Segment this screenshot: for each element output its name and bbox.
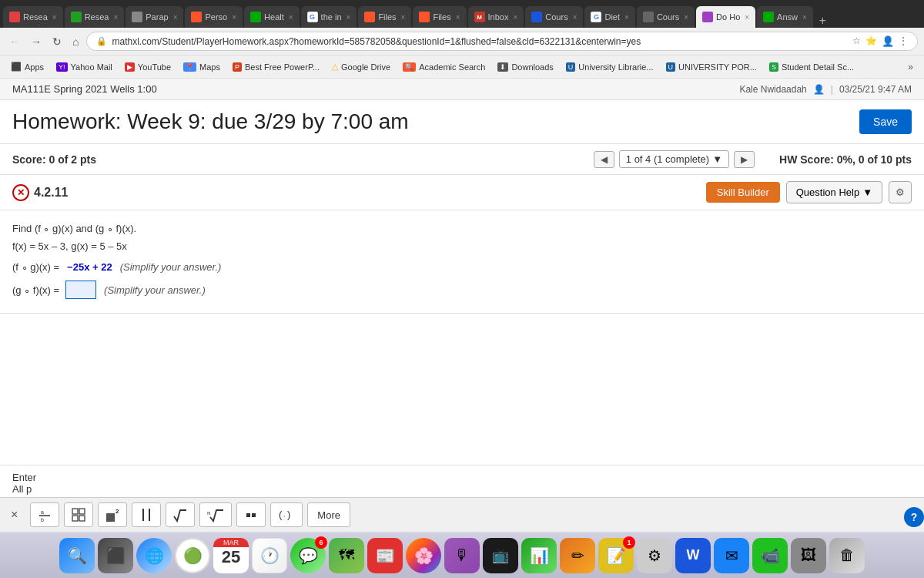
dock-photos[interactable]: 🌸: [406, 538, 441, 573]
tab-label-14: Answ: [777, 12, 798, 22]
dock-news[interactable]: 📰: [367, 538, 403, 573]
bookmarks-more-button[interactable]: »: [903, 60, 918, 74]
fraction-button[interactable]: a b: [30, 502, 59, 527]
dock-quicktime[interactable]: 🖼: [791, 538, 826, 573]
tab-resea-1[interactable]: Resea ×: [3, 6, 63, 28]
user-avatar[interactable]: 👤: [882, 35, 894, 47]
dock-safari[interactable]: 🌐: [136, 538, 172, 573]
dock-calendar[interactable]: MAR 25: [213, 538, 249, 573]
absolute-value-icon: [139, 507, 154, 523]
matrix-button[interactable]: [64, 502, 93, 527]
bookmark-maps[interactable]: 📍 Maps: [179, 61, 225, 73]
tab-close-7[interactable]: ×: [401, 13, 406, 22]
notes-badge: 1: [623, 536, 635, 549]
dock-chrome[interactable]: 🟢: [175, 538, 210, 573]
page-indicator[interactable]: 1 of 4 (1 complete) ▼: [619, 150, 729, 168]
tab-doho[interactable]: Do Ho ×: [696, 6, 755, 28]
dock-tv[interactable]: 📺: [483, 538, 518, 573]
bookmark-yahoomail[interactable]: Y! Yahoo Mail: [52, 61, 117, 73]
dock-launchpad[interactable]: ⬛: [98, 538, 133, 573]
interval-button[interactable]: ( , ): [270, 502, 303, 527]
dock-trash[interactable]: 🗑: [829, 538, 865, 573]
tab-close-1[interactable]: ×: [52, 13, 57, 22]
tab-favicon-5: [250, 12, 261, 22]
absolute-value-button[interactable]: [132, 502, 161, 527]
bookmark-googledrive[interactable]: △ Google Drive: [327, 60, 395, 73]
tab-resea-2[interactable]: Resea ×: [65, 6, 125, 28]
tab-close-13[interactable]: ×: [745, 13, 749, 22]
tab-files-1[interactable]: Files ×: [358, 6, 411, 28]
save-button[interactable]: Save: [859, 109, 912, 134]
bookmark-downloads[interactable]: ⬇ Downloads: [493, 61, 557, 73]
svg-text:2: 2: [116, 508, 119, 515]
tab-close-11[interactable]: ×: [624, 13, 629, 22]
sqrt-button[interactable]: [166, 502, 195, 527]
tab-healt[interactable]: Healt ×: [244, 6, 300, 28]
dock-sysprefs[interactable]: ⚙: [637, 538, 672, 573]
tab-close-4[interactable]: ×: [232, 13, 236, 22]
tab-google[interactable]: G the in ×: [301, 6, 357, 28]
dock-messages[interactable]: 💬 6: [290, 538, 326, 573]
tab-close-2[interactable]: ×: [113, 13, 118, 22]
refresh-button[interactable]: ↻: [49, 34, 65, 49]
tab-inbox[interactable]: M Inbox ×: [468, 6, 524, 28]
tab-answ[interactable]: Answ ×: [757, 6, 813, 28]
tab-cours-2[interactable]: Cours ×: [637, 6, 695, 28]
dot-button[interactable]: [236, 502, 266, 527]
bookmark-student-detail[interactable]: S Student Detail Sc...: [765, 61, 859, 73]
forward-button[interactable]: →: [28, 34, 45, 49]
svg-rect-12: [246, 513, 250, 517]
dock-word[interactable]: W: [675, 538, 711, 573]
bookmark-univ-lib[interactable]: U University Librarie...: [561, 61, 658, 73]
dock-notes[interactable]: 📝 1: [598, 538, 634, 573]
youtube-favicon: ▶: [125, 62, 135, 72]
superscript-button[interactable]: 2: [98, 502, 127, 527]
tab-close-6[interactable]: ×: [346, 13, 351, 22]
url-bar[interactable]: 🔒 mathxl.com/Student/PlayerHomework.aspx…: [86, 32, 918, 51]
tab-close-9[interactable]: ×: [513, 13, 517, 22]
bookmark-academic-search[interactable]: 🔍 Academic Search: [398, 61, 490, 73]
dock-mail[interactable]: ✉: [714, 538, 749, 573]
menu-icon[interactable]: ⋮: [899, 35, 908, 47]
bookmark-apps[interactable]: ⬛ Apps: [6, 60, 49, 73]
dock-finder[interactable]: 🔍: [59, 538, 95, 573]
dock-reminders[interactable]: 🕐: [252, 538, 287, 573]
nth-root-button[interactable]: n: [199, 502, 232, 527]
tab-label-9: Inbox: [488, 12, 509, 22]
settings-button[interactable]: ⚙: [889, 181, 912, 203]
tab-close-3[interactable]: ×: [173, 13, 178, 22]
skill-builder-button[interactable]: Skill Builder: [706, 182, 780, 203]
next-question-button[interactable]: ▶: [734, 151, 755, 168]
tab-close-12[interactable]: ×: [684, 13, 688, 22]
dock-podcasts[interactable]: 🎙: [444, 538, 480, 573]
back-button[interactable]: ←: [6, 34, 23, 49]
bookmark-youtube[interactable]: ▶ YouTube: [120, 61, 176, 73]
dock-facetime[interactable]: 📹: [752, 538, 788, 573]
tab-close-14[interactable]: ×: [802, 13, 807, 22]
star-icon[interactable]: ☆: [852, 35, 861, 47]
tab-close-10[interactable]: ×: [573, 13, 578, 22]
gof-input[interactable]: [65, 281, 96, 299]
nav-arrows: ◀ 1 of 4 (1 complete) ▼ ▶: [594, 150, 755, 168]
prev-question-button[interactable]: ◀: [594, 151, 614, 168]
home-button[interactable]: ⌂: [69, 34, 82, 49]
tab-label-13: Do Ho: [716, 12, 740, 22]
tab-parap[interactable]: Parap ×: [126, 6, 183, 28]
tab-close-5[interactable]: ×: [289, 13, 293, 22]
bookmark-powerpoint[interactable]: P Best Free PowerP...: [228, 61, 324, 73]
question-help-button[interactable]: Question Help ▼: [786, 181, 882, 203]
tab-cours-1[interactable]: Cours ×: [525, 6, 583, 28]
dock-maps[interactable]: 🗺: [329, 538, 364, 573]
toolbar-close-button[interactable]: ×: [6, 506, 22, 523]
new-tab-button[interactable]: +: [815, 14, 831, 28]
tab-files-2[interactable]: Files ×: [413, 6, 466, 28]
tab-close-8[interactable]: ×: [456, 13, 460, 22]
dock-pages[interactable]: ✏: [560, 538, 595, 573]
extensions-icon[interactable]: ⭐: [865, 35, 877, 47]
tab-perso[interactable]: Perso ×: [185, 6, 243, 28]
more-math-button[interactable]: More: [307, 502, 350, 527]
bookmark-univ-portal[interactable]: U UNIVERSITY POR...: [661, 61, 762, 73]
dock-numbers[interactable]: 📊: [521, 538, 557, 573]
tab-diet[interactable]: G Diet ×: [584, 6, 634, 28]
help-button[interactable]: ?: [904, 507, 924, 527]
